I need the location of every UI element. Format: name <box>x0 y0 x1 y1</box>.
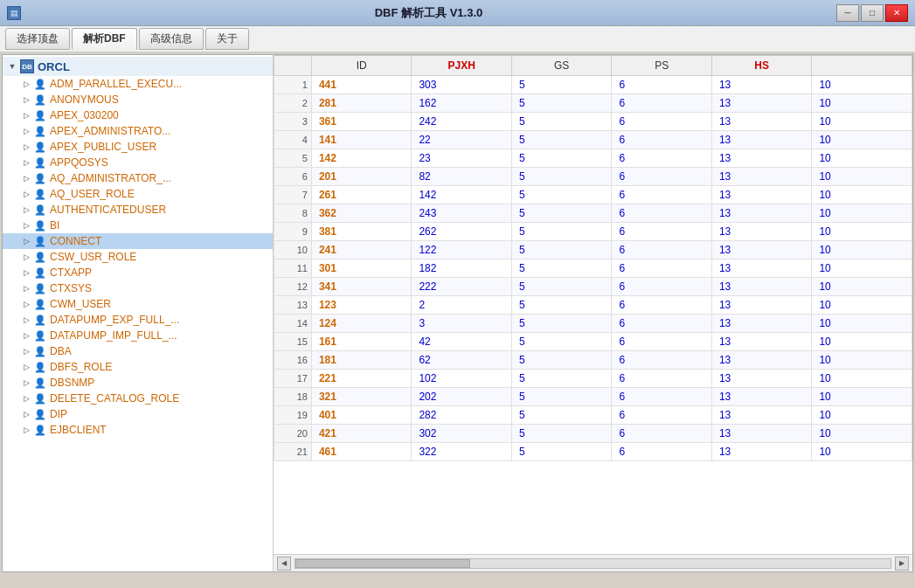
table-row[interactable]: 10241122561310 <box>274 241 912 259</box>
table-row[interactable]: 17221102561310 <box>274 370 912 388</box>
table-row[interactable]: 2281162561310 <box>274 94 912 113</box>
user-icon: 👤 <box>34 204 46 216</box>
tree-item[interactable]: ▷👤AUTHENTICATEDUSER <box>3 202 273 218</box>
cell-extra: 10 <box>812 131 912 149</box>
tree-item[interactable]: ▷👤DBA <box>3 343 273 359</box>
tree-item[interactable]: ▷👤BI <box>3 218 273 233</box>
cell-pjxh: 3 <box>412 315 512 333</box>
cell-id: 124 <box>311 315 412 333</box>
table-row[interactable]: 131232561310 <box>274 296 912 315</box>
title-bar: ▤ DBF 解析工具 V1.3.0 ─ □ ✕ <box>0 0 915 26</box>
tree-item[interactable]: ▷👤APEX_ADMINISTRATO... <box>3 123 273 139</box>
cell-ps: 6 <box>612 186 712 204</box>
table-row[interactable]: 141243561310 <box>274 315 912 333</box>
cell-ps: 6 <box>612 168 712 186</box>
table-row[interactable]: 3361242561310 <box>274 113 912 131</box>
tree-item-label: DIP <box>50 408 67 420</box>
maximize-button[interactable]: □ <box>861 4 884 22</box>
tree-item[interactable]: ▷👤AQ_USER_ROLE <box>3 186 273 202</box>
table-row[interactable]: 9381262561310 <box>274 223 912 241</box>
tree-item[interactable]: ▷👤CTXAPP <box>3 265 273 280</box>
cell-ps: 6 <box>612 315 712 333</box>
tree-item[interactable]: ▷👤APPQOSYS <box>3 155 273 170</box>
col-header-extra <box>812 56 912 76</box>
cell-extra: 10 <box>812 149 912 168</box>
scroll-left-button[interactable]: ◀ <box>277 557 291 571</box>
tree-items-list: ▷👤ADM_PARALLEL_EXECU...▷👤ANONYMOUS▷👤APEX… <box>3 76 273 438</box>
user-icon: 👤 <box>34 408 46 420</box>
table-row[interactable]: 7261142561310 <box>274 186 912 204</box>
close-button[interactable]: ✕ <box>885 4 908 22</box>
tree-item[interactable]: ▷👤DELETE_CATALOG_ROLE <box>3 391 273 406</box>
data-table: ID PJXH GS PS HS 14413035613102281162561… <box>274 55 912 461</box>
h-scroll-track[interactable] <box>295 558 891 569</box>
tree-container[interactable]: ▼ DB ORCL ▷👤ADM_PARALLEL_EXECU...▷👤ANONY… <box>3 55 273 571</box>
tree-item[interactable]: ▷👤DATAPUMP_IMP_FULL_... <box>3 328 273 343</box>
expand-arrow: ▷ <box>20 392 32 405</box>
tree-item-label: BI <box>50 219 59 232</box>
minimize-button[interactable]: ─ <box>836 4 859 22</box>
tree-item[interactable]: ▷👤CSW_USR_ROLE <box>3 249 273 265</box>
cell-id: 201 <box>311 168 412 186</box>
table-row[interactable]: 12341222561310 <box>274 278 912 296</box>
tree-item[interactable]: ▷👤DBSNMP <box>3 375 273 391</box>
table-row[interactable]: 414122561310 <box>274 131 912 149</box>
cell-ps: 6 <box>612 76 712 94</box>
tab-advanced-info[interactable]: 高级信息 <box>139 28 204 50</box>
table-row[interactable]: 8362243561310 <box>274 204 912 223</box>
cell-pjxh: 162 <box>412 94 512 113</box>
tab-parse-dbf[interactable]: 解析DBF <box>72 28 137 50</box>
table-row[interactable]: 21461322561310 <box>274 443 912 461</box>
table-row[interactable]: 19401282561310 <box>274 406 912 425</box>
cell-rownum: 12 <box>274 278 312 296</box>
table-row[interactable]: 1441303561310 <box>274 76 912 94</box>
table-row[interactable]: 11301182561310 <box>274 259 912 278</box>
cell-gs: 5 <box>511 388 612 406</box>
tree-root-orcl[interactable]: ▼ DB ORCL <box>3 57 273 76</box>
tree-item[interactable]: ▷👤CONNECT <box>3 233 273 249</box>
cell-ps: 6 <box>612 406 712 425</box>
table-row[interactable]: 620182561310 <box>274 168 912 186</box>
tree-item[interactable]: ▷👤CTXSYS <box>3 280 273 296</box>
tree-item[interactable]: ▷👤ADM_PARALLEL_EXECU... <box>3 76 273 92</box>
tree-item[interactable]: ▷👤EJBCLIENT <box>3 422 273 438</box>
expand-arrow: ▷ <box>20 235 32 247</box>
user-icon: 👤 <box>34 314 46 326</box>
cell-hs: 13 <box>711 370 812 388</box>
user-icon: 👤 <box>34 235 46 247</box>
tree-item[interactable]: ▷👤DIP <box>3 406 273 422</box>
table-row[interactable]: 1516142561310 <box>274 333 912 351</box>
tree-item[interactable]: ▷👤APEX_030200 <box>3 107 273 123</box>
expand-arrow: ▷ <box>20 125 32 137</box>
col-header-id: ID <box>311 56 412 76</box>
cell-gs: 5 <box>511 94 612 113</box>
cell-pjxh: 142 <box>412 186 512 204</box>
tree-item-label: APEX_ADMINISTRATO... <box>50 125 170 137</box>
table-row[interactable]: 18321202561310 <box>274 388 912 406</box>
data-grid[interactable]: ID PJXH GS PS HS 14413035613102281162561… <box>274 55 912 554</box>
tree-item[interactable]: ▷👤DBFS_ROLE <box>3 359 273 375</box>
tab-select-disk[interactable]: 选择顶盘 <box>5 28 70 50</box>
cell-hs: 13 <box>711 296 812 315</box>
tree-item[interactable]: ▷👤CWM_USER <box>3 296 273 312</box>
cell-gs: 5 <box>511 370 612 388</box>
tree-item-label: DATAPUMP_IMP_FULL_... <box>50 329 177 342</box>
cell-gs: 5 <box>511 315 612 333</box>
table-row[interactable]: 20421302561310 <box>274 425 912 443</box>
scroll-right-button[interactable]: ▶ <box>895 557 909 571</box>
tree-item-label: APEX_030200 <box>50 109 119 121</box>
tree-item[interactable]: ▷👤AQ_ADMINISTRATOR_... <box>3 170 273 186</box>
tree-item[interactable]: ▷👤ANONYMOUS <box>3 92 273 107</box>
tab-about[interactable]: 关于 <box>205 28 249 50</box>
table-row[interactable]: 1618162561310 <box>274 351 912 370</box>
cell-id: 141 <box>311 131 412 149</box>
tree-item[interactable]: ▷👤APEX_PUBLIC_USER <box>3 139 273 155</box>
tree-item[interactable]: ▷👤DATAPUMP_EXP_FULL_... <box>3 312 273 328</box>
expand-arrow: ▷ <box>20 314 32 326</box>
cell-extra: 10 <box>812 388 912 406</box>
table-row[interactable]: 514223561310 <box>274 149 912 168</box>
cell-ps: 6 <box>612 223 712 241</box>
user-icon: 👤 <box>34 78 46 90</box>
h-scroll-thumb[interactable] <box>295 559 470 568</box>
expand-arrow: ▷ <box>20 204 32 216</box>
